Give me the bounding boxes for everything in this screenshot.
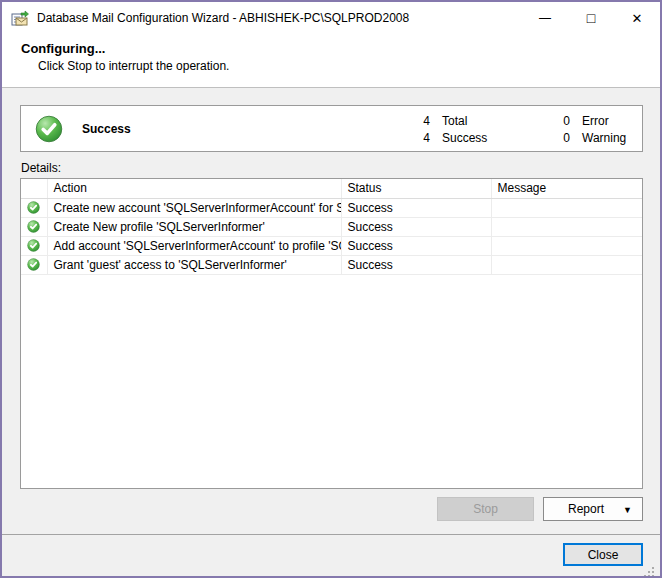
stop-button[interactable]: Stop [437,497,534,521]
row-message [491,255,642,274]
row-status: Success [341,198,491,217]
stat-error-label: Error [582,114,662,128]
resize-grip[interactable] [642,565,654,577]
row-message [491,236,642,255]
report-button-label: Report [568,502,604,516]
column-header-icon [21,179,47,198]
success-check-icon [35,115,63,143]
row-message [491,198,642,217]
actions-row: Stop Report ▼ [20,497,643,521]
minimize-button[interactable]: — [522,2,568,34]
summary-status-section: Success [21,106,400,151]
results-panel: Action Status Message Create new account… [20,178,643,489]
maximize-button[interactable]: □ [568,2,614,34]
page-subtitle: Click Stop to interrupt the operation. [38,59,660,73]
summary-banner: Success 4 Total 0 Error 4 Success 0 Warn… [20,105,643,152]
column-header-action[interactable]: Action [47,179,341,198]
close-button[interactable]: Close [563,543,643,566]
stat-total-label: Total [442,114,542,128]
stat-warning-label: Warning [582,131,662,145]
close-window-button[interactable]: ✕ [614,2,660,34]
row-success-icon [27,220,40,233]
results-header-row: Action Status Message [21,179,642,198]
stat-success-value: 4 [400,131,430,145]
summary-status-label: Success [82,122,131,136]
row-status: Success [341,217,491,236]
window-title: Database Mail Configuration Wizard - ABH… [37,11,409,25]
row-status: Success [341,236,491,255]
stat-warning-value: 0 [554,131,570,145]
row-status: Success [341,255,491,274]
column-header-message[interactable]: Message [491,179,642,198]
row-success-icon [27,239,40,252]
row-success-icon [27,258,40,271]
page-title: Configuring... [21,41,660,56]
database-mail-app-icon [11,10,29,26]
results-table: Action Status Message Create new account… [21,179,642,275]
row-success-icon [27,201,40,214]
stat-error-value: 0 [554,114,570,128]
row-action: Create New profile 'SQLServerInformer' [47,217,341,236]
titlebar: Database Mail Configuration Wizard - ABH… [2,2,660,34]
stat-total-value: 4 [400,114,430,128]
row-message [491,217,642,236]
footer: Close [20,535,643,576]
table-row[interactable]: Create new account 'SQLServerInformerAcc… [21,198,642,217]
summary-stats: 4 Total 0 Error 4 Success 0 Warning [400,106,662,151]
row-action: Create new account 'SQLServerInformerAcc… [47,198,341,217]
report-button[interactable]: Report ▼ [543,497,643,521]
table-row[interactable]: Grant 'guest' access to 'SQLServerInform… [21,255,642,274]
details-label: Details: [21,161,643,175]
window-controls: — □ ✕ [522,2,660,34]
wizard-header: Configuring... Click Stop to interrupt t… [2,34,660,88]
table-row[interactable]: Create New profile 'SQLServerInformer' S… [21,217,642,236]
wizard-window: Database Mail Configuration Wizard - ABH… [0,0,662,578]
chevron-down-icon: ▼ [623,505,632,515]
content-area: Success 4 Total 0 Error 4 Success 0 Warn… [2,105,660,576]
row-action: Grant 'guest' access to 'SQLServerInform… [47,255,341,274]
row-action: Add account 'SQLServerInformerAccount' t… [47,236,341,255]
stat-success-label: Success [442,131,542,145]
column-header-status[interactable]: Status [341,179,491,198]
table-row[interactable]: Add account 'SQLServerInformerAccount' t… [21,236,642,255]
